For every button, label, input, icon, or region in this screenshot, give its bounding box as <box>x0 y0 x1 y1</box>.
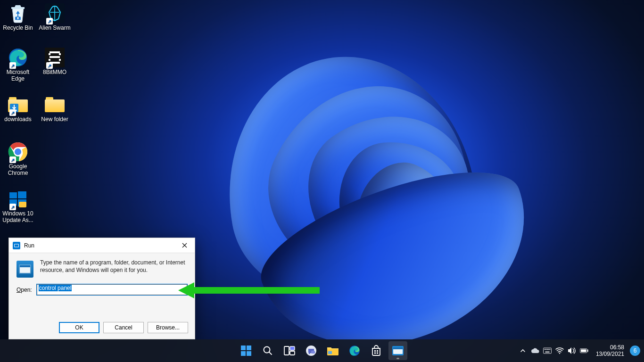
recycle-bin-icon <box>8 3 28 24</box>
task-view-button[interactable] <box>280 341 299 360</box>
svg-rect-17 <box>59 59 61 61</box>
battery-icon <box>580 348 588 354</box>
taskbar-store[interactable] <box>367 341 386 360</box>
desktop-icon-new-folder[interactable]: New folder <box>37 94 73 123</box>
svg-rect-37 <box>374 350 376 352</box>
desktop-icon-recycle-bin[interactable]: Recycle Bin <box>0 3 36 31</box>
svg-rect-27 <box>247 351 251 356</box>
8bitmmo-icon: ↗ <box>44 47 65 68</box>
run-program-icon <box>17 261 33 278</box>
svg-rect-50 <box>545 352 549 353</box>
desktop-icon-google-chrome[interactable]: ↗ Google Chrome <box>0 141 36 176</box>
edge-icon: ↗ <box>8 47 28 68</box>
taskbar-chat[interactable] <box>302 341 321 360</box>
shortcut-arrow-icon: ↗ <box>9 62 16 69</box>
tray-overflow[interactable] <box>519 346 527 355</box>
icon-label: Recycle Bin <box>0 25 36 31</box>
svg-rect-53 <box>587 350 588 352</box>
run-dialog-title: Run <box>24 242 34 249</box>
tray-clock[interactable]: 06:58 13/09/2021 <box>596 344 624 357</box>
tray-time: 06:58 <box>596 344 624 351</box>
shortcut-arrow-icon: ↗ <box>9 109 16 116</box>
svg-rect-33 <box>311 351 315 354</box>
cloud-icon <box>531 348 539 354</box>
chevron-up-icon <box>520 348 526 354</box>
shortcut-arrow-icon: ↗ <box>46 18 53 25</box>
svg-rect-26 <box>241 351 246 356</box>
icon-label: Microsoft Edge <box>0 69 36 82</box>
svg-rect-24 <box>241 346 246 350</box>
svg-rect-31 <box>290 351 295 355</box>
close-button[interactable] <box>174 239 195 253</box>
icon-label: 8BitMMO <box>37 69 73 75</box>
windows-update-icon: ↗ <box>8 189 28 209</box>
search-icon <box>263 346 273 356</box>
tray-onedrive[interactable] <box>531 346 539 355</box>
svg-rect-30 <box>290 346 295 350</box>
svg-rect-6 <box>18 191 26 198</box>
shortcut-arrow-icon: ↗ <box>9 156 16 163</box>
taskbar-run-dialog[interactable] <box>388 341 407 360</box>
desktop-icon-downloads[interactable]: ↗ downloads <box>0 94 36 123</box>
folder-icon <box>44 94 65 115</box>
desktop-icon-alien-swarm[interactable]: ↗ Alien Swarm <box>37 3 73 31</box>
tray-volume[interactable] <box>568 346 576 355</box>
svg-point-4 <box>15 148 21 155</box>
run-dialog-titlebar[interactable]: Run <box>9 238 195 253</box>
run-input-value: control panel <box>39 285 72 291</box>
windows-logo-icon <box>240 345 252 356</box>
chrome-icon: ↗ <box>8 141 28 162</box>
file-explorer-icon <box>327 346 339 356</box>
run-icon <box>13 242 20 249</box>
cancel-button[interactable]: Cancel <box>103 322 144 333</box>
svg-rect-14 <box>59 53 61 55</box>
svg-rect-35 <box>328 351 332 354</box>
taskbar-center <box>237 339 407 362</box>
notification-count: 6 <box>634 347 637 354</box>
desktop-icon-microsoft-edge[interactable]: ↗ Microsoft Edge <box>0 47 36 82</box>
svg-rect-5 <box>9 192 17 198</box>
tray-battery[interactable] <box>580 346 588 355</box>
taskbar-edge[interactable] <box>345 341 364 360</box>
svg-rect-15 <box>50 56 60 58</box>
ok-button[interactable]: OK <box>59 322 99 333</box>
run-command-input[interactable]: control panel <box>37 284 187 295</box>
svg-rect-48 <box>548 349 549 350</box>
folder-icon: ↗ <box>8 94 28 115</box>
tray-language[interactable] <box>543 346 552 355</box>
tray-date: 13/09/2021 <box>596 351 624 357</box>
volume-icon <box>568 347 576 354</box>
icon-label: Google Chrome <box>0 163 36 176</box>
svg-rect-12 <box>50 51 60 53</box>
store-icon <box>371 345 382 356</box>
alien-swarm-icon: ↗ <box>44 3 65 24</box>
taskbar: 06:58 13/09/2021 6 <box>0 339 644 362</box>
start-button[interactable] <box>237 341 256 360</box>
search-button[interactable] <box>258 341 277 360</box>
icon-label: New folder <box>37 116 73 123</box>
svg-rect-44 <box>543 348 551 354</box>
run-dialog-description: Type the name of a program, folder, docu… <box>40 259 187 278</box>
run-dialog: Run Type the name of a program, folder, … <box>8 238 195 339</box>
tray-wifi[interactable] <box>555 346 564 355</box>
desktop-icon-win10-update[interactable]: ↗ Windows 10 Update As... <box>0 189 36 223</box>
task-view-icon <box>284 346 295 356</box>
browse-button[interactable]: Browse... <box>148 322 188 333</box>
chat-icon <box>305 345 317 356</box>
svg-rect-16 <box>49 59 50 61</box>
svg-rect-47 <box>547 349 548 350</box>
wifi-icon <box>555 347 564 354</box>
svg-rect-40 <box>377 353 378 354</box>
svg-rect-25 <box>247 346 251 350</box>
tray-notifications[interactable]: 6 <box>630 346 640 356</box>
keyboard-icon <box>543 347 552 354</box>
svg-rect-9 <box>19 202 26 207</box>
svg-rect-45 <box>545 349 545 350</box>
system-tray: 06:58 13/09/2021 6 <box>519 339 640 362</box>
svg-rect-38 <box>377 350 378 352</box>
taskbar-file-explorer[interactable] <box>323 341 342 360</box>
icon-label: Windows 10 Update As... <box>0 210 36 223</box>
icon-label: downloads <box>0 116 36 123</box>
shortcut-arrow-icon: ↗ <box>9 204 16 210</box>
desktop-icon-8bitmmo[interactable]: ↗ 8BitMMO <box>37 47 73 75</box>
